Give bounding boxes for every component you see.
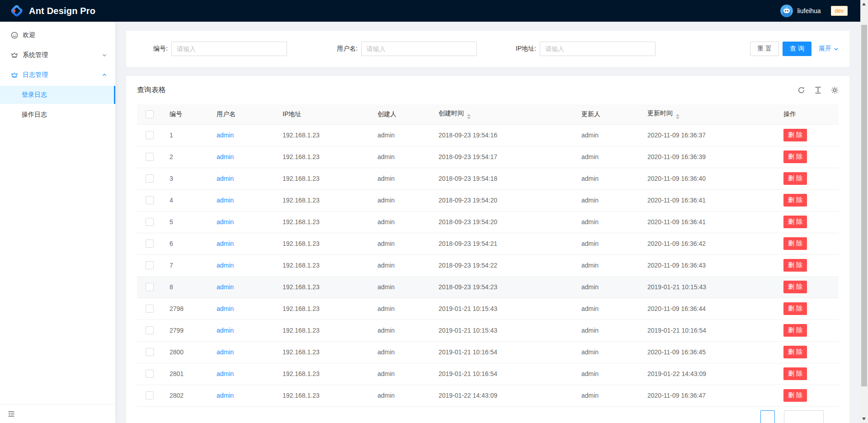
cell-ip: 192.168.1.23 [275, 146, 370, 168]
cell-creator: admin [370, 298, 431, 320]
delete-button[interactable]: 删 除 [783, 281, 807, 293]
delete-button[interactable]: 删 除 [783, 346, 807, 358]
username-input[interactable] [361, 42, 477, 56]
row-checkbox[interactable] [146, 196, 154, 204]
row-checkbox[interactable] [146, 240, 154, 248]
column-header: 操作 [776, 104, 839, 124]
row-checkbox[interactable] [146, 218, 154, 226]
scrollbar-up-arrow-icon[interactable] [862, 3, 866, 5]
username-link[interactable]: admin [217, 305, 234, 312]
row-checkbox[interactable] [146, 348, 154, 356]
data-table: 编号用户名IP地址创建人创建时间更新人更新时间操作 1 admin 192.16… [137, 104, 839, 407]
row-checkbox[interactable] [146, 261, 154, 269]
smile-icon [11, 32, 18, 39]
sidebar-item-label: 登录日志 [22, 91, 47, 99]
row-checkbox[interactable] [146, 391, 154, 400]
username-link[interactable]: admin [217, 327, 234, 334]
pagination-page-1-button[interactable] [760, 410, 775, 423]
sidebar: 欢迎 系统管理 [0, 22, 115, 423]
cell-updater: admin [574, 320, 640, 341]
row-checkbox[interactable] [146, 370, 154, 378]
delete-button[interactable]: 删 除 [783, 389, 807, 402]
ip-input[interactable] [540, 42, 656, 56]
pagination [126, 410, 849, 423]
row-checkbox[interactable] [146, 305, 154, 313]
reload-icon[interactable] [797, 86, 805, 94]
delete-button[interactable]: 删 除 [783, 194, 807, 207]
username-link[interactable]: admin [217, 132, 234, 139]
menu-fold-icon[interactable] [8, 410, 15, 418]
sidebar-item-operation-log[interactable]: 操作日志 [0, 106, 115, 124]
id-input[interactable] [171, 42, 287, 56]
table-row: 2799 admin 192.168.1.23 admin 2019-01-21… [137, 320, 839, 341]
delete-button[interactable]: 删 除 [783, 367, 807, 380]
username-link[interactable]: admin [217, 175, 234, 182]
username[interactable]: liufeihua [797, 7, 821, 14]
cell-creator: admin [370, 363, 431, 385]
row-checkbox[interactable] [146, 153, 154, 161]
sidebar-item-welcome[interactable]: 欢迎 [0, 26, 115, 44]
sidebar-item-login-log[interactable]: 登录日志 [0, 86, 115, 104]
cell-creator: admin [370, 124, 431, 146]
row-checkbox[interactable] [146, 283, 154, 291]
delete-button[interactable]: 删 除 [783, 172, 807, 185]
delete-button[interactable]: 删 除 [783, 150, 807, 163]
username-link[interactable]: admin [217, 153, 234, 160]
row-checkbox[interactable] [146, 174, 154, 183]
settings-gear-icon[interactable] [831, 86, 839, 94]
cell-ip: 192.168.1.23 [275, 385, 370, 406]
avatar[interactable] [780, 5, 793, 17]
scrollbar-down-arrow-icon[interactable] [862, 418, 866, 420]
select-all-checkbox[interactable] [146, 110, 154, 118]
delete-button[interactable]: 删 除 [783, 302, 807, 315]
sidebar-item-label: 操作日志 [22, 111, 47, 119]
column-header: 编号 [162, 104, 209, 124]
cell-updated: 2020-11-09 16:36:47 [640, 385, 776, 406]
cell-created: 2018-09-23 19:54:18 [431, 168, 574, 189]
cell-ip: 192.168.1.23 [275, 211, 370, 233]
scrollbar-thumb[interactable] [861, 25, 867, 386]
username-link[interactable]: admin [217, 197, 234, 204]
username-link[interactable]: admin [217, 240, 234, 247]
delete-button[interactable]: 删 除 [783, 129, 807, 141]
cell-creator: admin [370, 146, 431, 168]
toolbar-icons [797, 86, 839, 94]
sidebar-item-system-mgmt[interactable]: 系统管理 [0, 46, 115, 64]
username-link[interactable]: admin [217, 262, 234, 269]
app-root: Ant Design Pro liufeihua dev [0, 0, 868, 423]
sidebar-item-label: 日志管理 [23, 71, 48, 79]
sorter-icon[interactable] [676, 114, 679, 119]
expand-link[interactable]: 展开 [819, 45, 839, 53]
query-button[interactable]: 查 询 [783, 42, 811, 56]
username-link[interactable]: admin [217, 348, 234, 356]
column-header[interactable]: 更新时间 [640, 104, 776, 124]
sidebar-footer [0, 404, 115, 423]
table-row: 7 admin 192.168.1.23 admin 2018-09-23 19… [137, 254, 839, 276]
username-link[interactable]: admin [217, 218, 234, 226]
delete-button[interactable]: 删 除 [783, 324, 807, 337]
reset-button[interactable]: 重 置 [750, 42, 779, 56]
column-header[interactable]: 创建时间 [431, 104, 574, 124]
table-row: 2798 admin 192.168.1.23 admin 2019-01-21… [137, 298, 839, 320]
page-size-select[interactable] [784, 410, 824, 423]
cell-updater: admin [574, 385, 640, 406]
row-checkbox[interactable] [146, 131, 154, 139]
column-header: 用户名 [209, 104, 275, 124]
chevron-down-icon [834, 47, 839, 52]
app-logo-icon[interactable] [10, 4, 24, 18]
cell-created: 2018-09-23 19:54:20 [431, 211, 574, 233]
cell-updated: 2020-11-09 16:36:44 [640, 298, 776, 320]
delete-button[interactable]: 删 除 [783, 237, 807, 250]
scrollbar[interactable] [860, 0, 868, 423]
username-link[interactable]: admin [217, 392, 234, 399]
delete-button[interactable]: 删 除 [783, 259, 807, 272]
cell-updated: 2020-11-09 16:36:41 [640, 211, 776, 233]
username-link[interactable]: admin [217, 370, 234, 377]
sidebar-item-log-mgmt[interactable]: 日志管理 [0, 66, 115, 84]
row-checkbox[interactable] [146, 326, 154, 334]
column-height-icon[interactable] [814, 86, 822, 94]
delete-button[interactable]: 删 除 [783, 216, 807, 228]
cell-id: 2798 [162, 298, 209, 320]
username-link[interactable]: admin [217, 283, 234, 291]
sorter-icon[interactable] [467, 114, 471, 119]
